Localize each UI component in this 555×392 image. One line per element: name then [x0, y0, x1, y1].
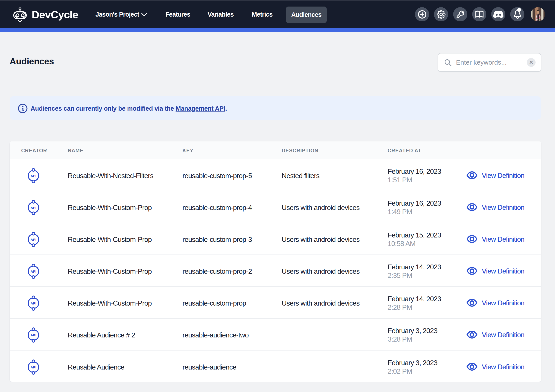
svg-text:API: API — [31, 238, 37, 241]
svg-text:API: API — [31, 174, 37, 178]
svg-text:API: API — [31, 270, 37, 273]
svg-text:API: API — [31, 333, 37, 337]
svg-text:API: API — [31, 301, 37, 305]
svg-text:API: API — [31, 206, 37, 210]
svg-text:API: API — [31, 365, 37, 369]
